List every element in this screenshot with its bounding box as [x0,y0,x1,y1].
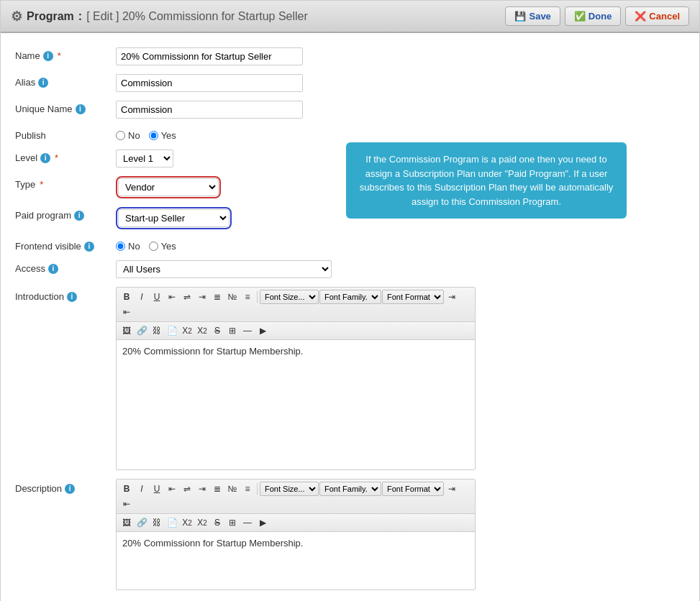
cancel-button[interactable]: ❌ Cancel [625,6,689,26]
intro-align-center-btn[interactable]: ⇌ [180,290,194,304]
save-button[interactable]: 💾 Save [505,6,560,26]
desc-align-left-btn[interactable]: ⇤ [165,482,179,496]
frontend-no-radio[interactable] [116,242,125,251]
frontend-no-label[interactable]: No [116,241,140,252]
intro-toolbar-row1: B I U ⇤ ⇌ ⇥ ≣ № ≡ Font Size... [117,288,475,322]
type-select[interactable]: Vendor Affiliate [118,178,219,196]
level-select[interactable]: Level 1 Level 2 Level 3 [116,150,173,168]
description-info-icon[interactable]: i [65,484,75,494]
intro-underline-btn[interactable]: U [150,290,164,304]
tooltip-box: If the Commission Program is a paid one … [346,142,627,219]
paid-select[interactable]: Start-up Seller None [118,209,229,227]
intro-doc-btn[interactable]: 📄 [165,324,179,338]
desc-doc-btn[interactable]: 📄 [165,515,179,530]
publish-yes-label[interactable]: Yes [149,130,176,141]
intro-ul-btn[interactable]: ≡ [240,290,255,304]
desc-ul-btn[interactable]: ≡ [240,482,255,496]
paid-select-wrap: Start-up Seller None [116,207,232,229]
done-button[interactable]: ✅ Done [565,6,622,26]
intro-link-btn[interactable]: 🔗 [135,324,149,338]
desc-bold-btn[interactable]: B [119,482,134,496]
intro-img-btn[interactable]: 🖼 [119,324,134,338]
intro-table-btn[interactable]: ⊞ [225,324,240,338]
alias-info-icon[interactable]: i [38,78,48,88]
page-header: ⚙ Program : [ Edit ] 20% Commissionn for… [1,1,699,33]
unique-name-input[interactable] [116,101,303,119]
desc-align-center-btn[interactable]: ⇌ [180,482,194,496]
desc-font-family-select[interactable]: Font Family. [319,482,381,496]
intro-hr-btn[interactable]: — [240,324,255,338]
paid-program-info-icon[interactable]: i [74,211,84,221]
intro-align-right-btn[interactable]: ⇥ [195,290,209,304]
unique-name-field [116,101,685,119]
frontend-visible-info-icon[interactable]: i [84,242,94,252]
intro-toolbar-row2: 🖼 🔗 ⛓ 📄 X2 X2 S ⊞ — ▶ [117,322,475,340]
name-row: Name i * [15,47,685,65]
done-icon: ✅ [574,11,586,22]
intro-font-size-select[interactable]: Font Size... [260,290,319,304]
desc-align-justify-btn[interactable]: ≣ [210,482,224,496]
desc-table-btn[interactable]: ⊞ [225,515,240,530]
alias-input[interactable] [116,74,303,92]
type-select-wrap: Vendor Affiliate [116,176,221,198]
introduction-editor: B I U ⇤ ⇌ ⇥ ≣ № ≡ Font Size... [116,287,476,470]
desc-italic-btn[interactable]: I [135,482,149,496]
publish-yes-radio[interactable] [149,131,158,140]
desc-sub-btn[interactable]: X2 [180,515,194,530]
intro-unlink-btn[interactable]: ⛓ [150,324,164,338]
desc-unlink-btn[interactable]: ⛓ [150,515,164,530]
desc-font-size-select[interactable]: Font Size... [260,482,319,496]
publish-no-label[interactable]: No [116,130,140,141]
introduction-info-icon[interactable]: i [67,292,77,302]
frontend-yes-label[interactable]: Yes [149,241,176,252]
publish-no-radio[interactable] [116,131,125,140]
desc-hr-btn[interactable]: — [240,515,255,530]
intro-outdent-btn[interactable]: ⇤ [119,305,134,319]
intro-align-justify-btn[interactable]: ≣ [210,290,224,304]
intro-font-format-select[interactable]: Font Format [382,290,444,304]
intro-italic-btn[interactable]: I [135,290,149,304]
intro-bold-btn[interactable]: B [119,290,134,304]
desc-strike-btn[interactable]: S [210,515,224,530]
save-icon: 💾 [514,11,526,22]
desc-outdent-btn[interactable]: ⇤ [119,497,134,511]
desc-underline-btn[interactable]: U [150,482,164,496]
intro-ol-btn[interactable]: № [225,290,240,304]
desc-align-right-btn[interactable]: ⇥ [195,482,209,496]
desc-sup-btn[interactable]: X2 [195,515,209,530]
type-required: * [40,179,43,190]
frontend-visible-field: No Yes [116,238,685,252]
level-row: Level i * Level 1 Level 2 Level 3 If the… [15,150,685,168]
desc-media-btn[interactable]: ▶ [255,515,270,530]
desc-font-format-select[interactable]: Font Format [382,482,444,496]
desc-link-btn[interactable]: 🔗 [135,515,149,530]
name-info-icon[interactable]: i [43,51,53,61]
level-info-icon[interactable]: i [40,153,50,163]
desc-img-btn[interactable]: 🖼 [119,515,134,530]
intro-indent-btn[interactable]: ⇥ [445,290,459,304]
publish-row: Publish No Yes [15,127,685,141]
desc-indent-btn[interactable]: ⇥ [445,482,459,496]
name-label: Name i * [15,47,116,61]
description-label: Description i [15,479,116,494]
title-separator: : [78,10,82,23]
intro-media-btn[interactable]: ▶ [255,324,270,338]
intro-strike-btn[interactable]: S [210,324,224,338]
unique-name-info-icon[interactable]: i [76,104,86,114]
desc-toolbar-row2: 🖼 🔗 ⛓ 📄 X2 X2 S ⊞ — ▶ [117,514,475,532]
intro-sup-btn[interactable]: X2 [195,324,209,338]
cancel-label: Cancel [649,11,680,22]
name-required: * [58,50,61,61]
introduction-content[interactable]: 20% Commissionn for Startup Membership. [117,340,475,469]
access-select[interactable]: All Users Registered Guest [116,260,332,278]
name-field [116,47,685,65]
intro-align-left-btn[interactable]: ⇤ [165,290,179,304]
name-input[interactable] [116,47,303,65]
description-content[interactable]: 20% Commissionn for Startup Membership. [117,532,475,589]
intro-font-family-select[interactable]: Font Family. [319,290,381,304]
access-info-icon[interactable]: i [48,264,58,274]
frontend-yes-radio[interactable] [149,242,158,251]
desc-ol-btn[interactable]: № [225,482,240,496]
intro-sub-btn[interactable]: X2 [180,324,194,338]
description-row: Description i B I U ⇤ ⇌ ⇥ ≣ № ≡ [15,479,685,590]
